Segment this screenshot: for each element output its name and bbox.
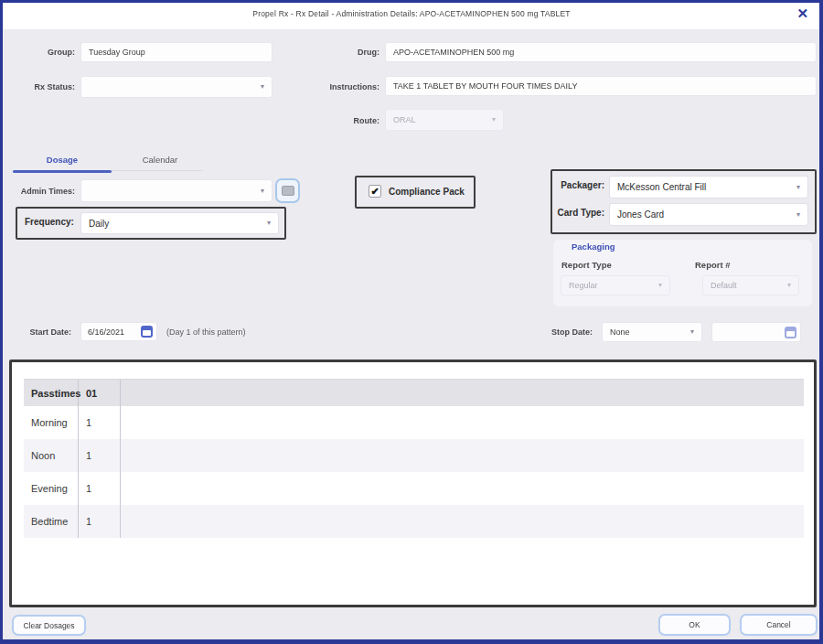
column-header-01: 01	[79, 380, 121, 406]
group-value: Tuesday Group	[89, 48, 145, 57]
route-label: Route:	[302, 116, 379, 125]
group-label: Group:	[0, 48, 75, 57]
calendar-icon[interactable]	[785, 327, 796, 338]
rx-status-select[interactable]: ▾	[80, 76, 273, 98]
compliance-annotation-box	[355, 176, 476, 209]
stop-date-label: Stop Date:	[521, 327, 593, 337]
tab-dosage[interactable]: Dosage	[13, 148, 112, 171]
chevron-down-icon: ▾	[492, 116, 496, 123]
report-number-label: Report #	[695, 260, 731, 270]
column-header-empty	[121, 380, 804, 406]
administration-details-dialog: Propel Rx - Rx Detail - Administration D…	[0, 0, 823, 644]
close-icon[interactable]: ✕	[796, 5, 808, 22]
table-row: Noon 1	[24, 439, 804, 472]
passtime-label: Noon	[24, 439, 79, 472]
drug-field[interactable]: APO-ACETAMINOPHEN 500 mg	[385, 42, 817, 62]
empty-cell	[121, 439, 804, 472]
dosage-cell[interactable]: 1	[79, 406, 121, 439]
route-value: ORAL	[393, 115, 416, 124]
report-type-select[interactable]: Regular ▾	[561, 275, 670, 295]
empty-cell	[121, 406, 804, 439]
instructions-value: TAKE 1 TABLET BY MOUTH FOUR TIMES DAILY	[393, 81, 577, 91]
admin-times-label: Admin Times:	[0, 187, 75, 196]
tab-calendar[interactable]: Calendar	[117, 148, 203, 171]
stop-date-field[interactable]	[711, 322, 801, 342]
packager-annotation-box	[550, 169, 817, 234]
route-select[interactable]: ORAL ▾	[385, 109, 504, 131]
chevron-down-icon: ▾	[261, 83, 264, 91]
titlebar: Propel Rx - Rx Detail - Administration D…	[0, 0, 823, 29]
frequency-annotation-box	[16, 207, 286, 240]
dialog-title: Propel Rx - Rx Detail - Administration D…	[0, 9, 823, 18]
start-date-field[interactable]: 6/16/2021	[80, 322, 157, 341]
passtimes-table: Passtimes 01 Morning 1 Noon 1 Evening 1 …	[24, 379, 804, 538]
start-date-value: 6/16/2021	[88, 327, 124, 337]
dosage-grid-panel: Passtimes 01 Morning 1 Noon 1 Evening 1 …	[9, 360, 817, 607]
column-header-passtimes: Passtimes	[24, 380, 79, 406]
report-type-label: Report Type	[561, 260, 612, 270]
empty-cell	[121, 505, 804, 538]
chevron-down-icon: ▾	[658, 282, 662, 289]
stop-date-value: None	[610, 327, 630, 337]
stop-date-select[interactable]: None ▾	[602, 322, 702, 342]
ok-button[interactable]: OK	[658, 614, 731, 636]
dosage-cell[interactable]: 1	[79, 505, 121, 538]
start-date-label: Start Date:	[0, 327, 71, 337]
tab-strip: Dosage Calendar	[13, 148, 203, 171]
rx-status-label: Rx Status:	[0, 82, 75, 91]
passtime-label: Evening	[24, 472, 79, 505]
report-type-value: Regular	[569, 281, 598, 290]
table-header-row: Passtimes 01	[24, 380, 804, 406]
calendar-icon[interactable]	[141, 326, 153, 338]
drug-value: APO-ACETAMINOPHEN 500 mg	[393, 48, 514, 57]
active-tab-underline	[13, 170, 112, 173]
instructions-label: Instructions:	[274, 82, 379, 91]
dosage-cell[interactable]: 1	[79, 472, 121, 505]
chevron-down-icon: ▾	[787, 282, 791, 289]
cancel-button[interactable]: Cancel	[740, 614, 818, 636]
report-number-value: Default	[711, 281, 737, 290]
group-field[interactable]: Tuesday Group	[80, 42, 273, 62]
chevron-down-icon: ▾	[690, 328, 694, 336]
start-date-hint: (Day 1 of this pattern)	[166, 327, 246, 337]
dosage-cell[interactable]: 1	[79, 439, 121, 472]
admin-times-clock-button[interactable]	[275, 178, 300, 203]
clock-icon	[282, 186, 294, 196]
packaging-title: Packaging	[572, 242, 615, 252]
empty-cell	[121, 472, 804, 505]
drug-label: Drug:	[302, 48, 379, 57]
clear-dosages-button[interactable]: Clear Dosages	[12, 615, 86, 636]
report-number-select[interactable]: Default ▾	[702, 275, 799, 295]
table-row: Morning 1	[24, 406, 804, 439]
instructions-field[interactable]: TAKE 1 TABLET BY MOUTH FOUR TIMES DAILY	[385, 76, 817, 96]
chevron-down-icon: ▾	[261, 188, 264, 195]
table-row: Bedtime 1	[24, 505, 804, 538]
passtime-label: Bedtime	[24, 505, 79, 538]
table-row: Evening 1	[24, 472, 804, 505]
admin-times-select[interactable]: ▾	[80, 179, 273, 202]
passtime-label: Morning	[24, 406, 79, 439]
